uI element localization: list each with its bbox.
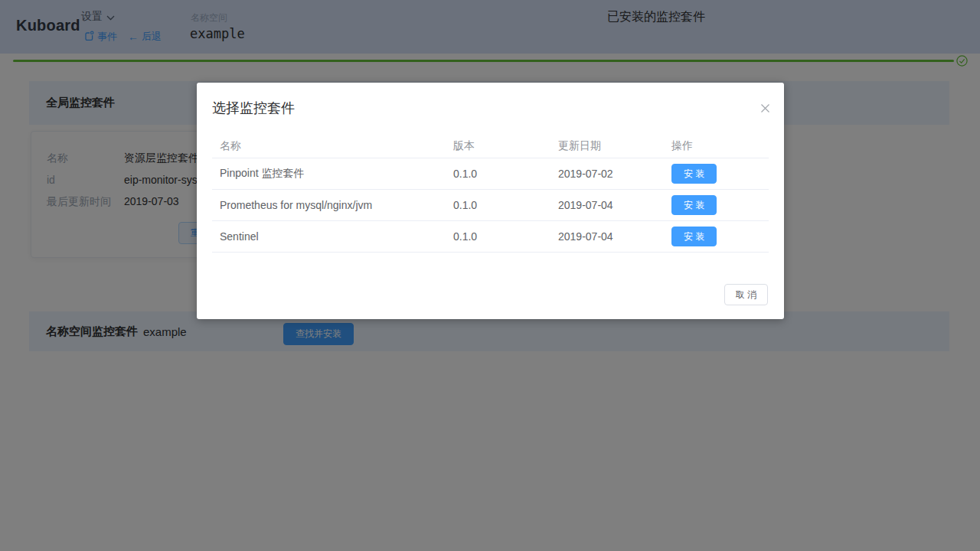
suite-version: 0.1.0: [446, 199, 550, 211]
suites-table: 名称 版本 更新日期 操作 Pinpoint 监控套件 0.1.0 2019-0…: [212, 134, 769, 253]
cancel-button[interactable]: 取 消: [724, 284, 768, 305]
kuboard-app: Kuboard 设置 事件 ← 后退 名称空间: [0, 0, 980, 551]
col-header-version: 版本: [446, 139, 550, 153]
suite-name: Prometheus for mysql/nginx/jvm: [212, 199, 446, 211]
dialog-close-button[interactable]: [759, 103, 771, 116]
table-row: Sentinel 0.1.0 2019-07-04 安 装: [212, 221, 769, 253]
suite-version: 0.1.0: [446, 230, 550, 243]
col-header-name: 名称: [212, 139, 446, 153]
install-button[interactable]: 安 装: [671, 164, 717, 184]
dialog-title: 选择监控套件: [212, 99, 295, 117]
install-button[interactable]: 安 装: [671, 195, 717, 215]
install-button[interactable]: 安 装: [671, 227, 717, 246]
suite-name: Pinpoint 监控套件: [212, 167, 446, 181]
col-header-updated: 更新日期: [550, 139, 664, 153]
suite-name: Sentinel: [212, 230, 446, 243]
suite-updated: 2019-07-04: [550, 199, 664, 211]
table-row: Prometheus for mysql/nginx/jvm 0.1.0 201…: [212, 190, 769, 221]
suite-updated: 2019-07-02: [550, 168, 664, 180]
table-header-row: 名称 版本 更新日期 操作: [212, 134, 769, 158]
suite-version: 0.1.0: [446, 168, 550, 180]
col-header-action: 操作: [664, 139, 769, 153]
select-suite-dialog: 选择监控套件 名称 版本 更新日期 操作 Pinpoint 监控套件 0.1.0…: [197, 83, 784, 319]
table-row: Pinpoint 监控套件 0.1.0 2019-07-02 安 装: [212, 158, 769, 190]
close-icon: [760, 103, 770, 116]
suite-updated: 2019-07-04: [550, 230, 664, 243]
